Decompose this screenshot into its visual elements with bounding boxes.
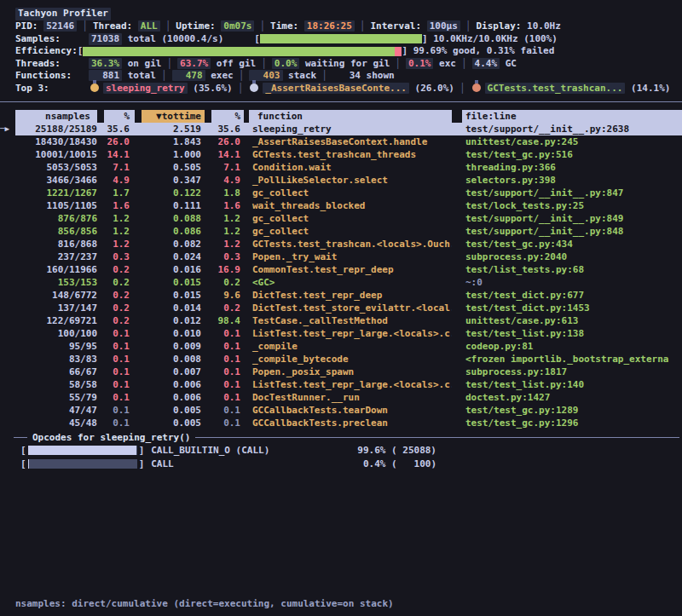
top3-function-name: _AssertRaisesBaseConte... [263,83,409,94]
cell-percent-cumulative: 26.0 [205,135,244,148]
table-row[interactable]: 137/147 0.2 0.014 0.2 DictTest.test_stor… [0,302,682,314]
column-header-nsamples[interactable]: nsamples [15,110,97,123]
bar-close-bracket: ] [422,33,428,46]
table-row[interactable]: 876/876 1.2 0.088 1.2 gc_collect test/su… [0,212,682,225]
cell-percent-direct: 1.2 [97,238,135,250]
top3-line: Top 3: sleeping_retry (35.6%)│ _AssertRa… [0,83,682,95]
thread-stat: 0.1% exc│ [406,58,472,71]
cell-tottime: 0.015 [135,276,205,289]
table-row[interactable]: 153/153 0.2 0.015 0.2 <GC> ~:0 [0,276,682,289]
cell-file-line: test/test_gc.py:516 [452,148,682,161]
cell-tottime: 0.005 [135,404,205,417]
cursor-gutter [0,110,15,123]
opcode-percent: 99.6% ( 25088) [357,444,436,458]
separator: │ [234,70,250,81]
opcode-bar [28,446,137,455]
function-stat-label: total [122,70,156,81]
cell-file-line: test/test_list.py:140 [452,378,682,391]
selection-cursor-icon [0,199,15,212]
table-row[interactable]: 856/856 1.2 0.086 1.2 gc_collect test/su… [0,225,682,238]
cell-percent-cumulative: 0.1 [205,404,244,417]
cell-tottime: 0.005 [135,417,205,429]
selection-cursor-icon [0,250,15,263]
bar-open-bracket: [ [254,33,260,46]
cell-tottime: 0.010 [135,327,205,340]
table-row[interactable]: 10001/10015 14.1 1.000 14.1 GCTests.test… [0,148,682,161]
cell-percent-direct: 0.3 [97,250,135,263]
table-row[interactable]: 95/95 0.1 0.009 0.1 _compile codeop.py:8… [0,340,682,353]
table-row[interactable]: 83/83 0.1 0.008 0.1 _compile_bytecode <f… [0,353,682,366]
selection-cursor-icon [0,263,15,276]
thread-stat-value: 0.0% [272,58,300,69]
cell-tottime: 1.843 [135,135,205,148]
column-header-file-line[interactable]: file:line [452,110,682,123]
selection-cursor-icon [0,366,15,378]
cell-nsamples: 10001/10015 [15,148,97,161]
table-row[interactable]: 5053/5053 7.1 0.505 7.1 Condition.wait t… [0,161,682,174]
cell-percent-direct: 1.2 [97,212,135,225]
selection-cursor-icon [0,404,15,417]
table-row[interactable]: 122/69721 0.2 0.012 98.4 TestCase._callT… [0,314,682,327]
status-line: PID: 52146│ Thread: ALL│ Uptime: 0m07s│ … [0,20,682,33]
cell-percent-cumulative: 1.2 [205,225,244,238]
selection-cursor-icon [0,314,15,327]
opcodes-list: [ ] CALL_BUILTIN_O (CALL) 99.6% ( 25088)… [0,444,682,471]
status-value: 52146 [43,20,77,32]
column-header-percent-cumulative[interactable]: % [205,110,244,123]
cell-nsamples: 47/47 [15,404,97,417]
table-row[interactable]: ─▶ 25188/25189 35.6 2.519 35.6 sleeping_… [0,123,682,135]
cell-percent-cumulative: 0.1 [205,340,244,353]
function-stat-value: 34 [332,70,361,81]
cell-percent-cumulative: 1.2 [205,212,244,225]
cell-percent-cumulative: 1.8 [205,187,244,199]
cell-tottime: 2.519 [135,123,205,135]
cell-function: sleeping_retry [244,123,452,135]
table-row[interactable]: 47/47 0.1 0.005 0.1 GCCallbackTests.tear… [0,404,682,417]
cell-percent-cumulative: 98.4 [205,314,244,327]
table-row[interactable]: 160/11966 0.2 0.016 16.9 CommonTest.test… [0,263,682,276]
function-stat: 34 shown│ [332,70,395,83]
status-segment: Time: 18:26:25│ [270,20,370,33]
table-header-row: nsamples % ▼tottime % function file:line [0,110,682,123]
table-row[interactable]: 237/237 0.3 0.024 0.3 Popen._try_wait su… [0,250,682,263]
selection-cursor-icon [0,327,15,340]
cell-percent-cumulative: 9.6 [205,289,244,302]
table-row[interactable]: 55/79 0.1 0.006 0.1 DocTestRunner.__run … [0,391,682,404]
cell-percent-cumulative: 4.9 [205,174,244,187]
thread-stat-value: 4.4% [472,58,500,69]
status-label: Time: [270,20,304,33]
profiler-table: ─▶ 25188/25189 35.6 2.519 35.6 sleeping_… [0,123,682,429]
cell-file-line: subprocess.py:1817 [452,366,682,378]
table-row[interactable]: 100/100 0.1 0.010 0.1 ListTest.test_repr… [0,327,682,340]
table-row[interactable]: 58/58 0.1 0.006 0.1 ListTest.test_repr_l… [0,378,682,391]
cell-percent-direct: 0.1 [97,391,135,404]
top3-percent: (35.6%) [188,83,233,94]
table-row[interactable]: 66/67 0.1 0.007 0.1 Popen._posix_spawn s… [0,366,682,378]
table-row[interactable]: 816/868 1.2 0.082 1.2 GCTests.test_trash… [0,238,682,250]
cell-tottime: 0.006 [135,378,205,391]
status-label: Thread: [93,20,138,33]
medal-icon [90,83,99,92]
table-row[interactable]: 18430/18430 26.0 1.843 26.0 _AssertRaise… [0,135,682,148]
table-row[interactable]: 148/6772 0.2 0.015 9.6 DictTest.test_rep… [0,289,682,302]
separator: │ [390,58,406,69]
column-header-function[interactable]: function [244,110,452,123]
bar-open-bracket: [ [20,444,26,458]
column-header-percent-direct[interactable]: % [97,110,135,123]
selection-cursor-icon [0,391,15,404]
table-row[interactable]: 3466/3466 4.9 0.347 4.9 _PollLikeSelecto… [0,174,682,187]
samples-total: 71038 [89,33,122,46]
status-value: 10.0Hz [527,20,561,32]
table-row[interactable]: 45/48 0.1 0.005 0.1 GCCallbackTests.prec… [0,417,682,429]
samples-label: Samples: [15,33,89,46]
title-bar: Tachyon Profiler [0,8,682,20]
cell-tottime: 0.009 [135,340,205,353]
separator: │ [77,20,93,32]
cell-tottime: 1.000 [135,148,205,161]
cell-nsamples: 876/876 [15,212,97,225]
column-header-tottime-sorted[interactable]: ▼tottime [135,110,205,123]
cell-percent-cumulative: 0.3 [205,250,244,263]
cell-file-line: subprocess.py:2040 [452,250,682,263]
table-row[interactable]: 1221/1267 1.7 0.122 1.8 gc_collect test/… [0,187,682,199]
table-row[interactable]: 1105/1105 1.6 0.111 1.6 wait_threads_blo… [0,199,682,212]
